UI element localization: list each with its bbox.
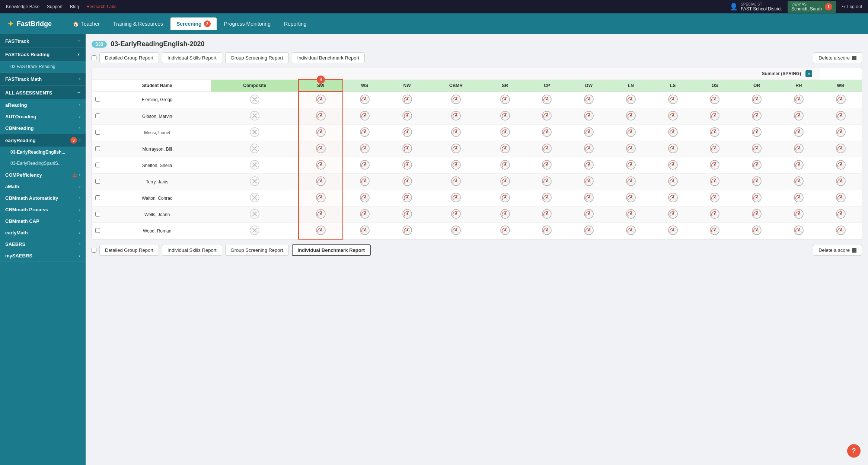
sr-cell[interactable] [484,223,526,240]
rh-cell[interactable] [778,223,820,240]
sidebar-item-cbmmath-cap[interactable]: CBMmath CAP › [0,215,86,227]
sidebar-item-03-fasttrack-reading[interactable]: 03 FASTtrack Reading [0,61,86,72]
sw-cell[interactable] [299,157,343,174]
cp-cell[interactable] [526,190,568,206]
composite-cell[interactable] [211,190,299,206]
wb-cell[interactable] [820,174,862,190]
sidebar-item-compefficiency[interactable]: COMPefficiency ⚠ › [0,169,86,181]
cp-cell[interactable] [526,206,568,223]
group-screening-report-btn-bottom[interactable]: Group Screening Report [225,245,289,256]
sidebar-item-earlyreading[interactable]: earlyReading 3 › [0,134,86,147]
dw-cell[interactable] [568,141,610,157]
sr-cell[interactable] [484,141,526,157]
ls-cell[interactable] [652,157,694,174]
nw-cell[interactable] [386,92,428,108]
individual-skills-report-btn-top[interactable]: Individual Skills Report [162,52,222,63]
or-cell[interactable] [736,206,778,223]
sidebar-header-fasttrack-reading[interactable]: FASTtrack Reading ▼ [0,48,86,61]
cbmr-cell[interactable] [428,125,484,141]
wb-cell[interactable] [820,223,862,240]
sidebar-item-cbmmath-automaticity[interactable]: CBMmath Automaticity › [0,192,86,204]
ls-cell[interactable] [652,223,694,240]
composite-cell[interactable] [211,223,299,240]
rh-cell[interactable] [778,157,820,174]
cbmr-cell[interactable] [428,223,484,240]
ln-cell[interactable] [610,223,652,240]
cp-cell[interactable] [526,141,568,157]
row-checkbox[interactable] [95,228,100,233]
sidebar-header-all-assessments[interactable]: ALL ASSESSMENTS − [0,86,86,99]
os-cell[interactable] [694,108,736,125]
ls-cell[interactable] [652,190,694,206]
sr-cell[interactable] [484,125,526,141]
sidebar-item-areading[interactable]: aReading › [0,99,86,111]
sidebar-item-earlymath[interactable]: earlyMath › [0,227,86,238]
sidebar-item-cbmmath-process[interactable]: CBMmath Process › [0,204,86,215]
delete-score-btn-top[interactable]: Delete a score [813,52,862,63]
dw-cell[interactable] [568,157,610,174]
ls-cell[interactable] [652,125,694,141]
sr-cell[interactable] [484,108,526,125]
row-checkbox[interactable] [95,113,100,118]
individual-benchmark-report-btn-bottom[interactable]: Individual Benchmark Report [292,244,371,256]
select-all-top-checkbox[interactable] [92,55,96,60]
cp-cell[interactable] [526,125,568,141]
rh-cell[interactable] [778,190,820,206]
ln-cell[interactable] [610,174,652,190]
or-cell[interactable] [736,141,778,157]
nw-cell[interactable] [386,141,428,157]
sidebar-item-mysaebrs[interactable]: mySAEBRS › [0,250,86,262]
ws-cell[interactable] [343,92,386,108]
logout-button[interactable]: ↪ Log out [842,4,862,9]
cbmr-cell[interactable] [428,157,484,174]
row-checkbox[interactable] [95,212,100,217]
or-cell[interactable] [736,108,778,125]
ws-cell[interactable] [343,108,386,125]
sidebar-item-autoreading[interactable]: AUTOreading › [0,111,86,122]
cp-cell[interactable] [526,108,568,125]
rh-cell[interactable] [778,206,820,223]
cp-cell[interactable] [526,92,568,108]
nav-progress-monitoring[interactable]: Progress Monitoring [218,18,277,30]
delete-score-btn-bottom[interactable]: Delete a score [813,245,862,256]
sidebar-item-earlyreading-english[interactable]: 03-EarlyReadingEnglish... [0,147,86,158]
composite-cell[interactable] [211,206,299,223]
sr-cell[interactable] [484,206,526,223]
cbmr-cell[interactable] [428,141,484,157]
os-cell[interactable] [694,174,736,190]
row-checkbox[interactable] [95,195,100,200]
ws-cell[interactable] [343,174,386,190]
wb-cell[interactable] [820,108,862,125]
or-cell[interactable] [736,157,778,174]
wb-cell[interactable] [820,206,862,223]
nw-cell[interactable] [386,108,428,125]
nav-teacher[interactable]: 🏠 Teacher [67,18,106,30]
sidebar-item-earlyreading-spanish[interactable]: 03-EarlyReadingSpaniS... [0,158,86,169]
ws-cell[interactable] [343,141,386,157]
ls-cell[interactable] [652,108,694,125]
ln-cell[interactable] [610,141,652,157]
ls-cell[interactable] [652,141,694,157]
sw-cell[interactable] [299,174,343,190]
nav-link-support[interactable]: Support [47,4,63,9]
or-cell[interactable] [736,223,778,240]
ls-cell[interactable] [652,206,694,223]
cbmr-cell[interactable] [428,92,484,108]
sw-cell[interactable] [299,125,343,141]
rh-cell[interactable] [778,174,820,190]
row-checkbox[interactable] [95,163,100,167]
nw-cell[interactable] [386,223,428,240]
row-checkbox[interactable] [95,179,100,184]
rh-cell[interactable] [778,141,820,157]
wb-cell[interactable] [820,141,862,157]
ws-cell[interactable] [343,223,386,240]
sr-cell[interactable] [484,157,526,174]
cbmr-cell[interactable] [428,174,484,190]
sr-cell[interactable] [484,190,526,206]
cp-cell[interactable] [526,174,568,190]
composite-cell[interactable] [211,125,299,141]
ln-cell[interactable] [610,190,652,206]
individual-skills-report-btn-bottom[interactable]: Individual Skills Report [162,245,222,256]
os-cell[interactable] [694,92,736,108]
sidebar-header-fasttrack[interactable]: FASTtrack − [0,34,86,48]
